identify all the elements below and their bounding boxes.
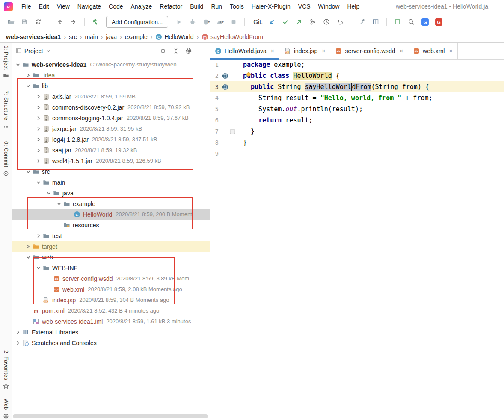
chevron-expanded-icon[interactable] xyxy=(35,179,42,186)
branch-icon[interactable] xyxy=(306,16,319,28)
tree-row-src[interactable]: src xyxy=(12,166,210,177)
chevron-expanded-icon[interactable] xyxy=(15,61,21,68)
tree-row-wsdl4j-1-5-1-jar[interactable]: wsdl4j-1.5.1.jar2020/8/21 8:59, 126.59 k… xyxy=(12,155,210,166)
profiler-icon[interactable]: ▾ xyxy=(213,16,226,28)
chevron-collapsed-icon[interactable] xyxy=(25,72,32,79)
stop-icon[interactable] xyxy=(227,16,240,28)
tab-close-icon[interactable]: × xyxy=(322,48,325,54)
translate-blue-icon[interactable]: G xyxy=(418,16,431,28)
tree-row--idea[interactable]: .idea xyxy=(12,70,210,80)
tree-row-scratches-and-consoles[interactable]: Scratches and Consoles xyxy=(12,337,210,348)
tree-row-web-inf[interactable]: WEB-INF xyxy=(12,262,210,273)
tree-row-main[interactable]: main xyxy=(12,177,210,188)
tree-row-jaxrpc-jar[interactable]: jaxrpc.jar2020/8/21 8:59, 31.95 kB xyxy=(12,123,210,134)
breadcrumb-item-main[interactable]: main xyxy=(85,33,98,40)
coverage-icon[interactable]: ▾ xyxy=(200,16,213,28)
collapse-all-icon[interactable] xyxy=(171,46,181,56)
menu-file[interactable]: File xyxy=(18,3,35,10)
tree-row-helloworld[interactable]: CHelloWorld2020/8/21 8:59, 200 B Moment xyxy=(12,209,210,220)
code-line-5[interactable]: 5 System.out.println(result); xyxy=(210,104,504,115)
tree-row-saaj-jar[interactable]: saaj.jar2020/8/21 8:59, 19.32 kB xyxy=(12,145,210,155)
chevron-expanded-icon[interactable] xyxy=(25,83,32,89)
save-all-icon[interactable] xyxy=(18,16,31,28)
restore-window-icon[interactable] xyxy=(391,16,404,28)
chevron-collapsed-icon[interactable] xyxy=(35,232,42,239)
back-icon[interactable] xyxy=(53,16,66,28)
history-icon[interactable] xyxy=(320,16,333,28)
stripe-button-web[interactable]: Web xyxy=(3,399,9,419)
panel-title[interactable]: Project xyxy=(24,48,43,54)
tree-row-server-config-wsdd[interactable]: <>server-config.wsdd2020/8/21 8:59, 3.89… xyxy=(12,273,210,284)
layout-icon[interactable] xyxy=(369,16,382,28)
hide-icon[interactable] xyxy=(196,46,207,56)
menu-navigate[interactable]: Navigate xyxy=(74,3,105,10)
tree-row-web[interactable]: web xyxy=(12,252,210,262)
chevron-collapsed-icon[interactable] xyxy=(35,104,42,111)
menu-window[interactable]: Window xyxy=(314,3,344,10)
tree-row-log4j-1-2-8-jar[interactable]: log4j-1.2.8.jar2020/8/21 8:59, 347.51 kB xyxy=(12,134,210,145)
stripe-button-0-commit[interactable]: 0: Commit xyxy=(3,141,9,176)
chevron-collapsed-icon[interactable] xyxy=(35,115,42,122)
breadcrumb-item-sayhelloworldfrom[interactable]: msayHelloWorldFrom xyxy=(202,33,263,40)
update-project-icon[interactable] xyxy=(265,16,278,28)
chevron-expanded-icon[interactable] xyxy=(25,254,32,261)
locate-icon[interactable] xyxy=(158,46,168,56)
tree-row-test[interactable]: test xyxy=(12,230,210,241)
rollback-icon[interactable] xyxy=(334,16,347,28)
tree-row-web-services-idea1-iml[interactable]: web-services-idea1.iml2020/8/21 8:59, 1.… xyxy=(12,316,210,327)
chevron-collapsed-icon[interactable] xyxy=(35,136,42,143)
tab-close-icon[interactable]: × xyxy=(449,48,452,54)
tree-row-resources[interactable]: resources xyxy=(12,220,210,230)
chevron-expanded-icon[interactable] xyxy=(35,265,42,271)
chevron-collapsed-icon[interactable] xyxy=(15,329,21,336)
chevron-expanded-icon[interactable] xyxy=(56,200,62,207)
tree-row-commons-logging-1-0-4-jar[interactable]: commons-logging-1.0.4.jar2020/8/21 8:59,… xyxy=(12,113,210,123)
chevron-collapsed-icon[interactable] xyxy=(35,125,42,132)
code-line-2[interactable]: 2public class HelloWorld { xyxy=(210,70,504,81)
stripe-button-2-favorites[interactable]: 2: Favorites xyxy=(3,350,9,389)
tree-row-lib[interactable]: lib xyxy=(12,80,210,91)
code-line-9[interactable]: 9 xyxy=(210,148,504,159)
screwdriver-icon[interactable] xyxy=(356,16,368,28)
tree-row-pom-xml[interactable]: mpom.xml2020/8/21 8:52, 432 B 4 minutes … xyxy=(12,305,210,316)
translate-red-icon[interactable]: G xyxy=(432,16,445,28)
code-line-3[interactable]: 3 public String sayHelloWorldFrom(String… xyxy=(210,81,504,92)
tab-index-jsp[interactable]: JSPindex.jsp× xyxy=(279,43,330,59)
menu-help[interactable]: Help xyxy=(343,3,363,10)
breadcrumb-item-java[interactable]: java xyxy=(106,33,117,40)
menu-analyze[interactable]: Analyze xyxy=(127,3,156,10)
build-hammer-icon[interactable] xyxy=(89,16,102,28)
stripe-button-7-structure[interactable]: 7: Structure xyxy=(3,91,9,129)
chevron-collapsed-icon[interactable] xyxy=(35,93,42,100)
search-everywhere-icon[interactable] xyxy=(405,16,418,28)
menu-run[interactable]: Run xyxy=(207,3,226,10)
tree-row-axis-jar[interactable]: axis.jar2020/8/21 8:59, 1.59 MB xyxy=(12,91,210,102)
breadcrumb-item-src[interactable]: src xyxy=(69,33,77,40)
tab-close-icon[interactable]: × xyxy=(400,48,403,54)
menu-tools[interactable]: Tools xyxy=(226,3,248,10)
commit-icon[interactable] xyxy=(279,16,292,28)
tab-close-icon[interactable]: × xyxy=(271,48,274,54)
menu-view[interactable]: View xyxy=(53,3,74,10)
tree-row-java[interactable]: java xyxy=(12,188,210,198)
chevron-down-icon[interactable] xyxy=(46,48,51,54)
code-line-8[interactable]: 8} xyxy=(210,137,504,148)
chevron-collapsed-icon[interactable] xyxy=(35,158,42,164)
project-horizontal-scrollbar[interactable] xyxy=(13,414,208,418)
intention-bulb-icon[interactable] xyxy=(246,72,251,78)
tab-server-config-wsdd[interactable]: <>server-config.wsdd× xyxy=(330,43,408,59)
tree-row-external-libraries[interactable]: External Libraries xyxy=(12,327,210,337)
code-line-4[interactable]: 4 String result = "Hello, world, from " … xyxy=(210,92,504,104)
run-icon[interactable] xyxy=(172,16,185,28)
chevron-collapsed-icon[interactable] xyxy=(35,147,42,154)
tree-row-index-jsp[interactable]: JSPindex.jsp2020/8/21 8:59, 304 B Moment… xyxy=(12,295,210,305)
tree-row-web-xml[interactable]: <>web.xml2020/8/21 8:59, 2.08 kB Moments… xyxy=(12,284,210,295)
chevron-collapsed-icon[interactable] xyxy=(15,340,21,346)
tree-row-target[interactable]: target xyxy=(12,241,210,252)
open-project-icon[interactable] xyxy=(4,16,17,28)
chevron-expanded-icon[interactable] xyxy=(25,168,32,175)
tree-row-web-services-idea1[interactable]: web-services-idea1C:\WorkSpace\my-study\… xyxy=(12,59,210,70)
breadcrumb-item-example[interactable]: example xyxy=(125,33,148,40)
sync-icon[interactable] xyxy=(32,16,44,28)
menu-edit[interactable]: Edit xyxy=(35,3,53,10)
